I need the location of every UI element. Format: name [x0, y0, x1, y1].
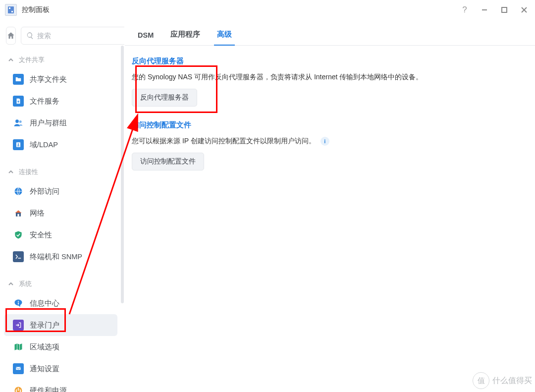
svg-point-14: [18, 301, 19, 302]
svg-rect-13: [17, 214, 19, 217]
sidebar-item-label: 安全性: [30, 230, 52, 240]
close-button[interactable]: [518, 4, 530, 16]
shield-icon: [13, 229, 24, 240]
group-header-file-sharing[interactable]: 文件共享: [0, 51, 121, 68]
sidebar-item-info-center[interactable]: 信息中心: [4, 292, 117, 314]
reverse-proxy-button[interactable]: 反向代理服务器: [132, 89, 197, 107]
window-title: 控制面板: [22, 5, 451, 14]
chevron-up-icon: [8, 281, 14, 287]
info-icon[interactable]: i: [321, 137, 329, 146]
watermark-text: 什么值得买: [492, 376, 532, 386]
section-title-reverse-proxy: 反向代理服务器: [132, 56, 528, 66]
help-button[interactable]: ?: [459, 4, 471, 16]
login-icon: [13, 320, 24, 331]
house-icon: [13, 208, 24, 219]
sidebar-item-security[interactable]: 安全性: [4, 224, 117, 246]
minimize-button[interactable]: [479, 4, 490, 16]
sidebar-item-notification[interactable]: 通知设置: [4, 358, 117, 380]
tab-applications[interactable]: 应用程序: [163, 24, 207, 45]
notify-icon: [13, 363, 24, 374]
sidebar-item-file-services[interactable]: 文件服务: [4, 90, 117, 112]
hardware-icon: [13, 385, 24, 392]
sidebar-item-label: 登录门户: [30, 321, 59, 330]
sidebar-item-hardware-power[interactable]: 硬件和电源: [4, 380, 117, 392]
file-service-icon: [13, 96, 24, 107]
region-icon: [13, 341, 24, 352]
group-label: 连接性: [19, 168, 38, 176]
sidebar-item-label: 信息中心: [30, 299, 59, 308]
access-control-profiles-button[interactable]: 访问控制配置文件: [132, 153, 204, 170]
sidebar-item-external-access[interactable]: 外部访问: [4, 180, 117, 202]
sidebar-scrollbar[interactable]: [121, 46, 124, 303]
sidebar-item-label: 文件服务: [30, 97, 59, 106]
info-icon: [13, 298, 24, 309]
sidebar: 文件共享 共享文件夹 文件服务 用户与群组 域/LDAP 连接性: [0, 20, 125, 392]
svg-rect-2: [11, 11, 13, 12]
sidebar-item-label: 域/LDAP: [30, 140, 58, 150]
globe-icon: [13, 186, 24, 197]
chevron-up-icon: [8, 169, 14, 175]
sidebar-item-label: 用户与群组: [30, 118, 67, 128]
watermark: 值 什么值得买: [473, 372, 532, 389]
sidebar-item-login-portal[interactable]: 登录门户: [4, 314, 117, 336]
maximize-button[interactable]: [498, 4, 510, 16]
sidebar-item-shared-folder[interactable]: 共享文件夹: [4, 68, 117, 90]
sidebar-item-label: 共享文件夹: [30, 75, 67, 84]
panel: 反向代理服务器 您的 Synology NAS 可用作反向代理服务器，负责将请求…: [125, 46, 535, 179]
sidebar-item-label: 通知设置: [30, 364, 59, 374]
section-text-body: 您可以根据来源 IP 创建访问控制配置文件以限制用户访问。: [132, 137, 316, 145]
sidebar-item-label: 终端机和 SNMP: [30, 252, 82, 262]
svg-rect-0: [8, 6, 14, 13]
group-header-connectivity[interactable]: 连接性: [0, 163, 121, 180]
folder-icon: [13, 74, 24, 85]
tab-bar: DSM 应用程序 高级: [125, 22, 535, 46]
content-area: DSM 应用程序 高级 反向代理服务器 您的 Synology NAS 可用作反…: [125, 20, 535, 392]
window-titlebar: 控制面板 ?: [0, 0, 535, 20]
svg-rect-15: [18, 302, 19, 304]
chevron-up-icon: [8, 57, 14, 63]
app-icon: [5, 4, 17, 16]
section-title-access-control: 访问控制配置文件: [132, 120, 528, 130]
group-label: 系统: [19, 280, 32, 288]
svg-point-8: [19, 120, 22, 123]
watermark-badge: 值: [473, 372, 489, 389]
sidebar-item-terminal-snmp[interactable]: 终端机和 SNMP: [4, 246, 117, 268]
tab-advanced[interactable]: 高级: [210, 24, 239, 45]
sidebar-item-label: 硬件和电源: [30, 386, 67, 392]
sidebar-item-regional-options[interactable]: 区域选项: [4, 336, 117, 358]
sidebar-item-network[interactable]: 网络: [4, 202, 117, 224]
search-input[interactable]: [37, 32, 124, 40]
home-button[interactable]: [6, 27, 16, 45]
group-label: 文件共享: [19, 56, 45, 64]
ldap-icon: [13, 139, 24, 150]
svg-point-10: [18, 143, 19, 145]
svg-rect-4: [502, 7, 507, 12]
section-text-reverse-proxy: 您的 Synology NAS 可用作反向代理服务器，负责将请求从 Intern…: [132, 73, 528, 82]
sidebar-item-label: 外部访问: [30, 187, 59, 196]
svg-rect-1: [9, 7, 10, 9]
svg-point-7: [15, 119, 19, 123]
sidebar-item-label: 网络: [30, 209, 45, 218]
svg-rect-16: [16, 367, 20, 370]
sidebar-item-domain-ldap[interactable]: 域/LDAP: [4, 134, 117, 156]
search-box[interactable]: [21, 27, 124, 45]
section-text-access-control: 您可以根据来源 IP 创建访问控制配置文件以限制用户访问。 i: [132, 137, 528, 146]
terminal-icon: [13, 251, 24, 262]
sidebar-item-users-groups[interactable]: 用户与群组: [4, 112, 117, 134]
sidebar-item-label: 区域选项: [30, 342, 59, 352]
search-icon: [26, 32, 34, 40]
tab-dsm[interactable]: DSM: [131, 25, 160, 45]
users-icon: [13, 117, 24, 128]
group-header-system[interactable]: 系统: [0, 275, 121, 292]
